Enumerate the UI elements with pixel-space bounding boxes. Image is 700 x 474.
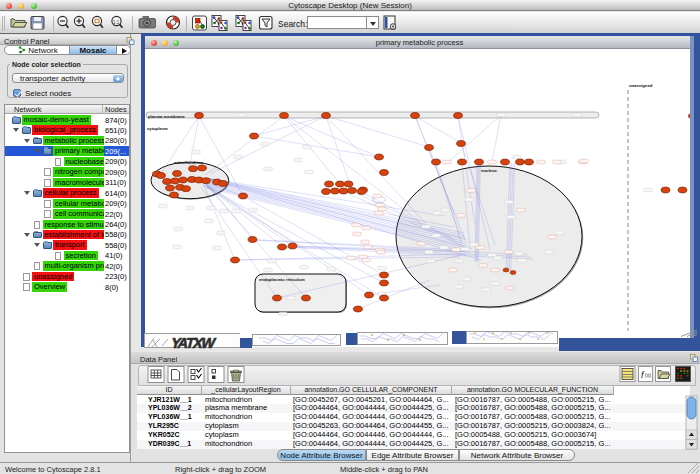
svg-text:1:1: 1:1	[113, 20, 120, 25]
svg-text:unassigned: unassigned	[629, 83, 653, 88]
svg-text:nucleus: nucleus	[481, 168, 497, 173]
svg-text:endoplasmic reticulum: endoplasmic reticulum	[259, 277, 305, 282]
svg-text:YATXW: YATXW	[169, 335, 217, 351]
svg-text:mitochondrion: mitochondrion	[174, 160, 204, 165]
svg-text:cytoplasm: cytoplasm	[147, 126, 168, 131]
svg-text:(x): (x)	[645, 372, 651, 378]
svg-text:plasma membrane: plasma membrane	[148, 114, 185, 119]
